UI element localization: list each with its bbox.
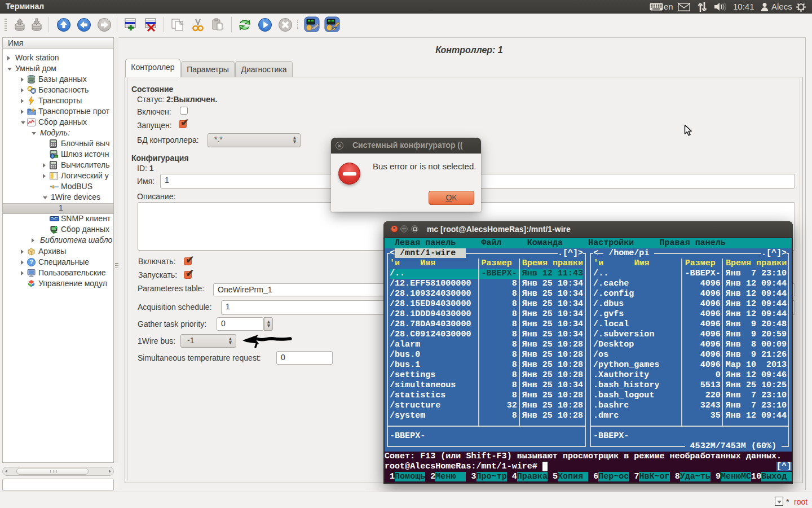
svg-text:?: ? xyxy=(29,259,33,265)
